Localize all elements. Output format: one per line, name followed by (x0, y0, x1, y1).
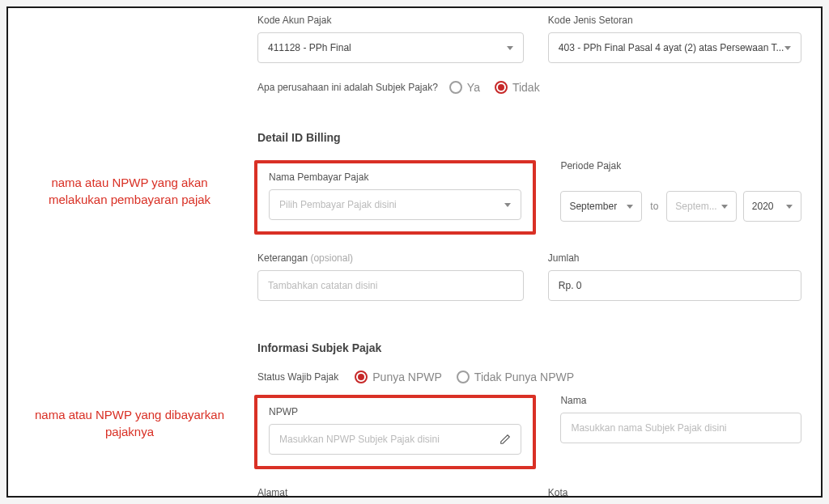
radio-tidak[interactable]: Tidak (495, 81, 540, 94)
nama-pembayar-placeholder: Pilih Pembayar Pajak disini (279, 199, 397, 210)
periode-year-select[interactable]: 2020 (743, 191, 801, 222)
kode-jenis-select[interactable]: 403 - PPh Final Pasal 4 ayat (2) atas Pe… (548, 32, 801, 63)
keterangan-input[interactable]: Tambahkan catatan disini (257, 270, 524, 301)
npwp-label: NPWP (269, 406, 521, 417)
kode-akun-value: 411128 - PPh Final (268, 42, 351, 53)
periode-from-value: September (569, 201, 617, 212)
radio-punya-label: Punya NPWP (372, 371, 442, 383)
kode-akun-label: Kode Akun Pajak (257, 15, 524, 26)
keterangan-label: Keterangan (opsional) (257, 252, 524, 264)
informasi-title: Informasi Subjek Pajak (257, 341, 801, 354)
pencil-icon (500, 434, 511, 445)
jumlah-value: Rp. 0 (559, 280, 582, 291)
highlight-npwp: NPWP Masukkan NPWP Subjek Pajak disini (254, 395, 536, 469)
jumlah-label: Jumlah (548, 252, 801, 264)
caret-down-icon (504, 203, 511, 207)
main-form: Kode Akun Pajak 411128 - PPh Final Kode … (251, 8, 821, 496)
subjek-question: Apa perusahaan ini adalah Subjek Pajak? (257, 82, 438, 93)
keterangan-optional: (opsional) (310, 252, 353, 264)
highlight-nama-pembayar: Nama Pembayar Pajak Pilih Pembayar Pajak… (254, 160, 536, 235)
radio-tidak-punya-npwp[interactable]: Tidak Punya NPWP (457, 371, 574, 383)
radio-ya[interactable]: Ya (449, 81, 480, 94)
periode-label: Periode Pajak (560, 160, 801, 172)
radio-tidak-punya-label: Tidak Punya NPWP (474, 371, 574, 383)
periode-to-value: Septem... (675, 201, 716, 212)
caret-down-icon (721, 205, 728, 209)
nama-label: Nama (560, 395, 801, 406)
radio-punya-npwp[interactable]: Punya NPWP (355, 371, 442, 383)
jumlah-input[interactable]: Rp. 0 (548, 270, 801, 301)
annotation-top: nama atau NPWP yang akan melakukan pemba… (24, 174, 235, 208)
kode-jenis-value: 403 - PPh Final Pasal 4 ayat (2) atas Pe… (559, 42, 784, 53)
caret-down-icon (507, 46, 513, 50)
nama-input[interactable]: Masukkan nama Subjek Pajak disini (560, 413, 801, 443)
annotation-sidebar: nama atau NPWP yang akan melakukan pemba… (8, 8, 251, 496)
status-label: Status Wajib Pajak (257, 371, 338, 383)
caret-down-icon (786, 205, 793, 209)
periode-to-word: to (648, 201, 660, 212)
npwp-input[interactable]: Masukkan NPWP Subjek Pajak disini (269, 424, 521, 455)
keterangan-placeholder: Tambahkan catatan disini (268, 280, 377, 291)
keterangan-label-text: Keterangan (257, 252, 308, 264)
radio-tidak-label: Tidak (512, 81, 540, 94)
nama-pembayar-select[interactable]: Pilih Pembayar Pajak disini (269, 189, 521, 220)
kode-jenis-label: Kode Jenis Setoran (548, 15, 801, 26)
caret-down-icon (627, 205, 633, 209)
nama-placeholder: Masukkan nama Subjek Pajak disini (571, 422, 726, 434)
kota-label: Kota (548, 487, 801, 498)
radio-circle-icon (457, 371, 470, 383)
periode-to-select[interactable]: Septem... (666, 191, 737, 222)
radio-circle-icon (449, 81, 462, 94)
periode-from-select[interactable]: September (560, 191, 642, 222)
caret-down-icon (784, 46, 791, 50)
nama-pembayar-label: Nama Pembayar Pajak (269, 172, 521, 183)
periode-year-value: 2020 (752, 201, 774, 212)
radio-ya-label: Ya (467, 81, 480, 94)
detail-title: Detail ID Billing (257, 131, 801, 144)
content-row: nama atau NPWP yang akan melakukan pemba… (8, 8, 821, 496)
kode-akun-select[interactable]: 411128 - PPh Final (257, 32, 524, 63)
annotation-bottom: nama atau NPWP yang dibayarkan pajaknya (24, 406, 235, 440)
page-frame: nama atau NPWP yang akan melakukan pemba… (6, 6, 823, 498)
alamat-label: Alamat (257, 487, 524, 498)
npwp-placeholder: Masukkan NPWP Subjek Pajak disini (279, 434, 440, 445)
radio-circle-icon (355, 371, 368, 383)
radio-circle-icon (495, 81, 508, 94)
